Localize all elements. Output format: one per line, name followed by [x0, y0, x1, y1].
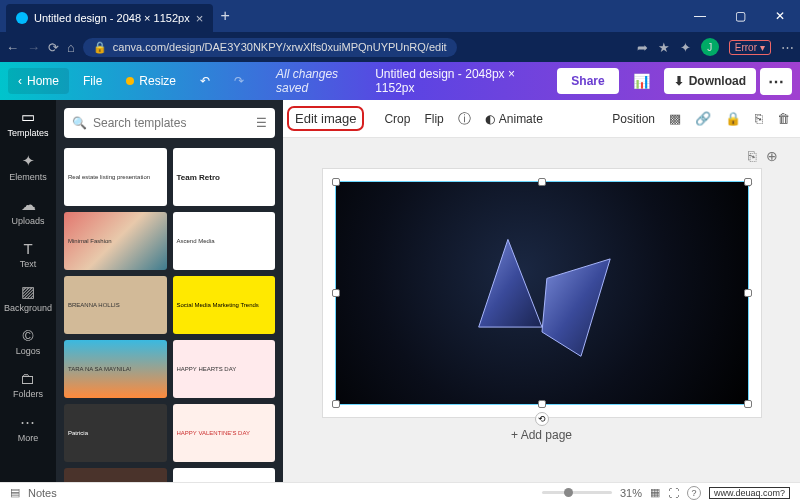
- search-icon: 🔍: [72, 116, 87, 130]
- crop-button[interactable]: Crop: [384, 112, 410, 126]
- canvas-stage[interactable]: ⎘ ⊕ ⟳: [283, 138, 800, 482]
- resize-handle-tl[interactable]: [332, 178, 340, 186]
- resize-handle-tr[interactable]: [744, 178, 752, 186]
- nav-reload-icon[interactable]: ⟳: [48, 40, 59, 55]
- rail-logos[interactable]: ©Logos: [16, 327, 41, 356]
- home-button[interactable]: ‹ Home: [8, 68, 69, 94]
- error-badge[interactable]: Error▾: [729, 40, 771, 55]
- zoom-slider[interactable]: [542, 491, 612, 494]
- document-title[interactable]: Untitled design - 2048px × 1152px: [375, 67, 553, 95]
- page-frame[interactable]: ⟳: [322, 168, 762, 418]
- nav-forward-icon[interactable]: →: [27, 40, 40, 55]
- browser-titlebar: Untitled design - 2048 × 1152px × + — ▢ …: [0, 0, 800, 32]
- url-text: canva.com/design/DAE3Y30NKPY/xrwXlfs0xui…: [113, 41, 447, 53]
- resize-handle-ml[interactable]: [332, 289, 340, 297]
- notes-button[interactable]: Notes: [28, 487, 57, 499]
- template-thumb[interactable]: TARA NA SA MAYNILA!: [64, 340, 167, 398]
- rail-more[interactable]: ⋯More: [18, 413, 39, 443]
- nav-back-icon[interactable]: ←: [6, 40, 19, 55]
- rail-background[interactable]: ▨Background: [4, 283, 52, 313]
- template-thumb[interactable]: Ascend Media: [173, 212, 276, 270]
- window-minimize-button[interactable]: —: [680, 0, 720, 32]
- animate-button[interactable]: ◐ Animate: [485, 112, 543, 126]
- more-icon: ⋯: [20, 413, 35, 431]
- more-menu-button[interactable]: ⋯: [760, 68, 792, 95]
- rail-templates[interactable]: ▭Templates: [7, 108, 48, 138]
- templates-icon: ▭: [21, 108, 35, 126]
- template-thumb[interactable]: Real estate listing presentation: [64, 148, 167, 206]
- extensions-icon[interactable]: ✦: [680, 40, 691, 55]
- resize-handle-br[interactable]: [744, 400, 752, 408]
- redo-button[interactable]: ↷: [224, 68, 254, 94]
- template-thumb[interactable]: Social Media Marketing Trends: [173, 276, 276, 334]
- template-thumb[interactable]: HAPPY HEARTS DAY: [173, 340, 276, 398]
- template-grid: Real estate listing presentation Team Re…: [64, 148, 275, 482]
- workspace: ▭Templates ✦Elements ☁Uploads TText ▨Bac…: [0, 100, 800, 482]
- file-menu[interactable]: File: [73, 68, 112, 94]
- rail-folders[interactable]: 🗀Folders: [13, 370, 43, 399]
- window-close-button[interactable]: ✕: [760, 0, 800, 32]
- rotate-handle[interactable]: ⟲: [535, 412, 549, 426]
- resize-button[interactable]: Resize: [116, 68, 186, 94]
- fullscreen-icon[interactable]: ⛶: [668, 487, 679, 499]
- rail-text[interactable]: TText: [20, 240, 37, 269]
- resize-handle-tm[interactable]: [538, 178, 546, 186]
- resize-handle-bm[interactable]: [538, 400, 546, 408]
- rail-uploads[interactable]: ☁Uploads: [11, 196, 44, 226]
- template-thumb[interactable]: Minimal Fashion: [64, 212, 167, 270]
- app-header: ‹ Home File Resize ↶ ↷ All changes saved…: [0, 62, 800, 100]
- duplicate-icon[interactable]: ⎘: [755, 111, 763, 126]
- selection-box: ⟲: [335, 181, 749, 405]
- add-page-button[interactable]: + Add page: [511, 428, 572, 442]
- add-page-icon[interactable]: ⊕: [766, 148, 778, 164]
- profile-avatar[interactable]: J: [701, 38, 719, 56]
- new-tab-button[interactable]: +: [213, 7, 237, 25]
- flip-button[interactable]: Flip: [424, 112, 443, 126]
- position-button[interactable]: Position: [612, 112, 655, 126]
- edit-image-button[interactable]: Edit image: [287, 106, 364, 131]
- filter-icon[interactable]: ☰: [256, 116, 267, 130]
- uploads-icon: ☁: [21, 196, 36, 214]
- tab-close-icon[interactable]: ×: [196, 11, 204, 26]
- insights-icon[interactable]: 📊: [623, 67, 660, 95]
- template-thumb[interactable]: Be My Valentine: [64, 468, 167, 482]
- download-button[interactable]: ⬇ Download: [664, 68, 756, 94]
- share-button[interactable]: Share: [557, 68, 618, 94]
- watermark: www.deuaq.com?: [709, 487, 790, 499]
- download-icon: ⬇: [674, 74, 684, 88]
- browser-tab[interactable]: Untitled design - 2048 × 1152px ×: [6, 4, 213, 32]
- resize-handle-mr[interactable]: [744, 289, 752, 297]
- duplicate-page-icon[interactable]: ⎘: [748, 148, 756, 164]
- address-field[interactable]: 🔒 canva.com/design/DAE3Y30NKPY/xrwXlfs0x…: [83, 38, 457, 57]
- logos-icon: ©: [22, 327, 33, 344]
- resize-handle-bl[interactable]: [332, 400, 340, 408]
- info-icon[interactable]: ⓘ: [458, 110, 471, 128]
- transparency-icon[interactable]: ▩: [669, 111, 681, 126]
- share-icon[interactable]: ➦: [637, 40, 648, 55]
- rail-elements[interactable]: ✦Elements: [9, 152, 47, 182]
- template-thumb[interactable]: BREANNA HOLLIS: [64, 276, 167, 334]
- grid-view-icon[interactable]: ▦: [650, 486, 660, 499]
- resize-icon: [126, 77, 134, 85]
- delete-icon[interactable]: 🗑: [777, 111, 790, 126]
- text-icon: T: [23, 240, 32, 257]
- nav-home-icon[interactable]: ⌂: [67, 40, 75, 55]
- zoom-value[interactable]: 31%: [620, 487, 642, 499]
- search-input[interactable]: 🔍 Search templates ☰: [64, 108, 275, 138]
- tab-favicon: [16, 12, 28, 24]
- undo-button[interactable]: ↶: [190, 68, 220, 94]
- browser-menu-icon[interactable]: ⋯: [781, 40, 794, 55]
- template-thumb[interactable]: Patricia: [64, 404, 167, 462]
- templates-panel: 🔍 Search templates ☰ Real estate listing…: [56, 100, 283, 482]
- template-thumb[interactable]: My Top 5 moments with you: [173, 468, 276, 482]
- zoom-knob[interactable]: [564, 488, 573, 497]
- help-icon[interactable]: ?: [687, 486, 701, 500]
- home-label: Home: [27, 74, 59, 88]
- template-thumb[interactable]: HAPPY VALENTINE'S DAY: [173, 404, 276, 462]
- link-icon[interactable]: 🔗: [695, 111, 711, 126]
- template-thumb[interactable]: Team Retro: [173, 148, 276, 206]
- bookmark-icon[interactable]: ★: [658, 40, 670, 55]
- notes-icon[interactable]: ▤: [10, 486, 20, 499]
- window-maximize-button[interactable]: ▢: [720, 0, 760, 32]
- lock-icon[interactable]: 🔒: [725, 111, 741, 126]
